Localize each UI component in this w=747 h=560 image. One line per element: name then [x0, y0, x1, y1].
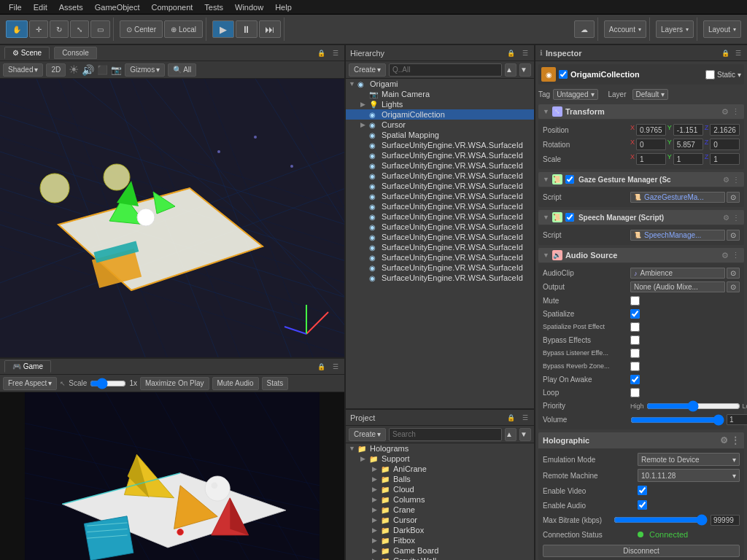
- remote-machine-dropdown[interactable]: 10.1.11.28 ▾: [638, 469, 740, 482]
- rotation-y[interactable]: [673, 139, 703, 150]
- project-up-btn[interactable]: ▲: [505, 428, 516, 441]
- bitrate-slider[interactable]: [614, 516, 708, 524]
- sound-icon[interactable]: 🔊: [82, 64, 94, 76]
- menu-tests[interactable]: Tests: [198, 1, 229, 13]
- hierarchy-lock[interactable]: 🔒: [506, 48, 516, 58]
- obj-enabled-checkbox[interactable]: [559, 70, 568, 79]
- hierarchy-item-main-camera[interactable]: 📷 Main Camera: [346, 89, 534, 99]
- output-field[interactable]: None (Audio Mixe...: [630, 281, 725, 292]
- position-y[interactable]: -1.151: [673, 124, 703, 136]
- enable-video-checkbox[interactable]: [638, 486, 647, 495]
- project-item-balls[interactable]: ▶ 📁 Balls: [346, 474, 534, 484]
- transform-header[interactable]: ▼ ⤡ Transform ⚙ ⋮: [538, 104, 744, 119]
- audio-more-icon[interactable]: ⋮: [732, 251, 740, 260]
- project-lock[interactable]: 🔒: [506, 413, 516, 423]
- project-menu[interactable]: ☰: [521, 413, 530, 423]
- inspector-lock[interactable]: 🔒: [720, 48, 731, 58]
- obj-name-field[interactable]: OrigamiCollection: [570, 70, 703, 79]
- aspect-dropdown[interactable]: Free Aspect▾: [3, 377, 57, 390]
- hand-tool[interactable]: ✋: [6, 20, 28, 38]
- panel-lock-icon[interactable]: 🔒: [316, 48, 327, 58]
- position-x[interactable]: 0.9765: [636, 124, 666, 136]
- tab-game[interactable]: 🎮 Game: [4, 360, 51, 373]
- audio-header[interactable]: ▼ 🔊 Audio Source ⚙ ⋮: [538, 248, 744, 262]
- volume-slider[interactable]: [630, 416, 724, 424]
- transform-settings-icon[interactable]: ⚙: [721, 107, 729, 117]
- hierarchy-item-surface-9[interactable]: ◉ SurfaceUnityEngine.VR.WSA.SurfaceId: [346, 222, 534, 232]
- scale-z[interactable]: [710, 153, 740, 165]
- camera-icon[interactable]: 📷: [111, 65, 122, 75]
- priority-slider[interactable]: [646, 402, 740, 411]
- gaze-more-icon[interactable]: ⋮: [732, 176, 740, 184]
- scale-tool[interactable]: ⤡: [70, 20, 89, 38]
- gizmos-dropdown[interactable]: Gizmos▾: [125, 63, 165, 77]
- holo-more-icon[interactable]: ⋮: [731, 435, 740, 446]
- local-button[interactable]: ⊕ Local: [164, 20, 203, 38]
- layers-dropdown[interactable]: Layers: [656, 20, 694, 38]
- project-item-anicrane[interactable]: ▶ 📁 AniCrane: [346, 464, 534, 474]
- tag-dropdown[interactable]: Untagged ▾: [553, 89, 597, 100]
- layout-dropdown[interactable]: Layout: [703, 20, 741, 38]
- project-search[interactable]: [389, 428, 502, 441]
- hierarchy-item-surface-10[interactable]: ◉ SurfaceUnityEngine.VR.WSA.SurfaceId: [346, 232, 534, 242]
- volume-input[interactable]: [727, 414, 747, 425]
- shaded-dropdown[interactable]: Shaded▾: [3, 63, 43, 77]
- project-item-gameboard[interactable]: ▶ 📁 Game Board: [346, 545, 534, 556]
- hierarchy-scroll-down[interactable]: ▼: [519, 63, 531, 77]
- rotate-tool[interactable]: ↻: [50, 20, 69, 38]
- gaze-script-circle-btn[interactable]: ⊙: [727, 192, 740, 203]
- audioclip-circle-btn[interactable]: ⊙: [727, 268, 740, 279]
- scale-x[interactable]: [636, 153, 666, 165]
- menu-help[interactable]: Help: [269, 1, 298, 13]
- transform-more-icon[interactable]: ⋮: [732, 107, 740, 117]
- menu-file[interactable]: File: [3, 1, 28, 13]
- hierarchy-search[interactable]: [389, 63, 502, 77]
- gaze-enable-checkbox[interactable]: [565, 175, 574, 184]
- cloud-button[interactable]: ☁: [574, 20, 595, 38]
- rotation-x[interactable]: [636, 139, 666, 150]
- hierarchy-item-surface-6[interactable]: ◉ SurfaceUnityEngine.VR.WSA.SurfaceId: [346, 191, 534, 201]
- scene-canvas[interactable]: [0, 79, 344, 357]
- menu-assets[interactable]: Assets: [53, 1, 89, 13]
- project-item-fitbox[interactable]: ▶ 📁 Fitbox: [346, 535, 534, 545]
- project-item-darkbox[interactable]: ▶ 📁 DarkBox: [346, 525, 534, 535]
- menu-window[interactable]: Window: [229, 1, 269, 13]
- enable-audio-checkbox[interactable]: [638, 500, 647, 510]
- hierarchy-item-lights[interactable]: ▶ 💡 Lights: [346, 99, 534, 109]
- hierarchy-item-spatial[interactable]: ◉ Spatial Mapping: [346, 130, 534, 140]
- mute-checkbox[interactable]: [630, 296, 640, 306]
- speech-script-field[interactable]: 📜 SpeechManage...: [630, 230, 725, 241]
- spatialize-checkbox[interactable]: [630, 309, 640, 319]
- bitrate-input[interactable]: [711, 515, 740, 526]
- project-down-btn[interactable]: ▼: [519, 428, 531, 441]
- speech-header[interactable]: ▼ 📜 Speech Manager (Script) ⚙ ⋮: [538, 210, 744, 225]
- hierarchy-item-origami-collection[interactable]: ◉ OrigamiCollection: [346, 109, 534, 120]
- hierarchy-item-origami[interactable]: ▼ ◉ Origami: [346, 79, 534, 89]
- inspector-menu[interactable]: ☰: [734, 48, 743, 58]
- rotation-z[interactable]: [710, 139, 740, 150]
- layer-dropdown[interactable]: Default ▾: [632, 89, 669, 100]
- account-dropdown[interactable]: Account: [604, 20, 646, 38]
- gaze-gesture-header[interactable]: ▼ 📜 Gaze Gesture Manager (Sc ⚙ ⋮: [538, 172, 744, 187]
- menu-gameobject[interactable]: GameObject: [89, 1, 146, 13]
- pause-button[interactable]: ⏸: [236, 20, 258, 38]
- menu-edit[interactable]: Edit: [28, 1, 53, 13]
- play-on-awake-checkbox[interactable]: [630, 375, 640, 384]
- speech-enable-checkbox[interactable]: [565, 213, 574, 222]
- scale-slider[interactable]: [90, 379, 126, 388]
- hierarchy-create-btn[interactable]: Create▾: [349, 63, 386, 77]
- project-item-cloud[interactable]: ▶ 📁 Cloud: [346, 484, 534, 494]
- hierarchy-item-surface-1[interactable]: ◉ SurfaceUnityEngine.VR.WSA.SurfaceId: [346, 140, 534, 150]
- effects-icon[interactable]: ⬛: [97, 65, 108, 75]
- holo-settings-icon[interactable]: ⚙: [720, 435, 728, 446]
- spatialize-post-checkbox[interactable]: [630, 322, 640, 332]
- speech-more-icon[interactable]: ⋮: [732, 214, 740, 222]
- static-checkbox[interactable]: [705, 70, 715, 79]
- light-icon[interactable]: ☀: [69, 63, 79, 77]
- hierarchy-item-surface-11[interactable]: ◉ SurfaceUnityEngine.VR.WSA.SurfaceId: [346, 242, 534, 252]
- tab-scene[interactable]: ⚙ Scene: [4, 47, 50, 59]
- output-circle-btn[interactable]: ⊙: [727, 281, 740, 292]
- mute-audio-btn[interactable]: Mute Audio: [212, 377, 259, 390]
- play-button[interactable]: ▶: [212, 20, 234, 38]
- tab-console[interactable]: Console: [54, 47, 97, 59]
